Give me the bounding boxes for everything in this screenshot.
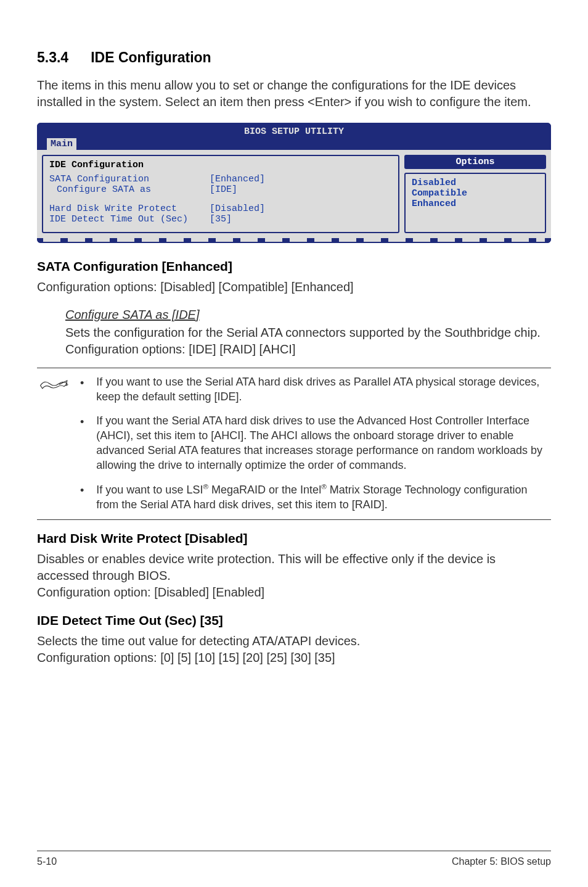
bios-row-value: [Enhanced] bbox=[210, 174, 265, 184]
bios-row-value: [35] bbox=[210, 214, 232, 225]
bios-option[interactable]: Disabled bbox=[412, 178, 539, 188]
bios-row-label: Configure SATA as bbox=[49, 184, 210, 195]
bios-right-panel: Options Disabled Compatible Enhanced bbox=[404, 155, 546, 233]
bios-row-label: Hard Disk Write Protect bbox=[49, 204, 210, 214]
bios-panel-title: IDE Configuration bbox=[49, 160, 392, 170]
bios-row-value: [IDE] bbox=[210, 184, 237, 195]
bios-row[interactable]: IDE Detect Time Out (Sec) [35] bbox=[49, 214, 392, 225]
bullet-dot: • bbox=[80, 413, 84, 473]
section-number: 5.3.4 bbox=[37, 49, 68, 66]
bios-row-label: SATA Configuration bbox=[49, 174, 210, 184]
note-content: •If you want to use the Serial ATA hard … bbox=[80, 374, 551, 512]
page-number: 5-10 bbox=[37, 856, 57, 867]
config-subtitle: Configure SATA as [IDE] bbox=[65, 308, 551, 322]
bullet-dot: • bbox=[80, 482, 84, 513]
note-icon bbox=[37, 374, 71, 512]
subsection-heading: IDE Detect Time Out (Sec) [35] bbox=[37, 613, 551, 628]
note-bullet: •If you want the Serial ATA hard disk dr… bbox=[80, 413, 551, 473]
bios-title: BIOS SETUP UTILITY bbox=[42, 126, 546, 138]
bios-row[interactable]: Configure SATA as [IDE] bbox=[49, 184, 392, 195]
note-bullet: •If you want to use LSI® MegaRAID or the… bbox=[80, 482, 551, 513]
note-bullet-text: If you want to use LSI® MegaRAID or the … bbox=[96, 482, 551, 513]
note-bullet-text: If you want the Serial ATA hard disk dri… bbox=[96, 413, 551, 473]
section-heading: 5.3.4IDE Configuration bbox=[37, 49, 551, 66]
bios-option[interactable]: Enhanced bbox=[412, 199, 539, 209]
bios-row-value: [Disabled] bbox=[210, 204, 265, 214]
chapter-label: Chapter 5: BIOS setup bbox=[452, 856, 551, 867]
bios-tab-main[interactable]: Main bbox=[47, 138, 76, 150]
section-title: IDE Configuration bbox=[91, 49, 211, 65]
subsection-body: Selects the time out value for detecting… bbox=[37, 633, 551, 650]
bios-bottom-strip bbox=[37, 238, 551, 243]
bios-row[interactable]: SATA Configuration [Enhanced] bbox=[49, 174, 392, 184]
config-block: Configure SATA as [IDE] Sets the configu… bbox=[65, 308, 551, 358]
bios-options-title: Options bbox=[404, 155, 546, 169]
bios-body: IDE Configuration SATA Configuration [En… bbox=[37, 150, 551, 238]
bios-left-panel: IDE Configuration SATA Configuration [En… bbox=[42, 155, 399, 233]
bios-options-body: Disabled Compatible Enhanced bbox=[404, 173, 546, 233]
note-box: •If you want to use the Serial ATA hard … bbox=[37, 368, 551, 520]
subsection-heading: Hard Disk Write Protect [Disabled] bbox=[37, 531, 551, 546]
intro-paragraph: The items in this menu allow you to set … bbox=[37, 77, 551, 110]
bios-row-label: IDE Detect Time Out (Sec) bbox=[49, 214, 210, 225]
page-footer: 5-10 Chapter 5: BIOS setup bbox=[37, 851, 551, 867]
note-bullet: •If you want to use the Serial ATA hard … bbox=[80, 374, 551, 405]
bios-header: BIOS SETUP UTILITY Main bbox=[37, 123, 551, 150]
note-bullet-text: If you want to use the Serial ATA hard d… bbox=[96, 374, 551, 405]
subsection-body: Configuration options: [0] [5] [10] [15]… bbox=[37, 650, 551, 666]
bios-row-spacer bbox=[49, 195, 392, 204]
bios-option[interactable]: Compatible bbox=[412, 188, 539, 199]
bullet-dot: • bbox=[80, 374, 84, 405]
bios-row[interactable]: Hard Disk Write Protect [Disabled] bbox=[49, 204, 392, 214]
bios-panel: BIOS SETUP UTILITY Main IDE Configuratio… bbox=[37, 123, 551, 243]
subsection-heading: SATA Configuration [Enhanced] bbox=[37, 259, 551, 274]
subsection-body: Configuration options: [Disabled] [Compa… bbox=[37, 279, 551, 295]
subsection-body: Disables or enables device write protect… bbox=[37, 551, 551, 584]
subsection-body: Configuration option: [Disabled] [Enable… bbox=[37, 584, 551, 601]
config-body: Sets the configuration for the Serial AT… bbox=[65, 324, 551, 358]
